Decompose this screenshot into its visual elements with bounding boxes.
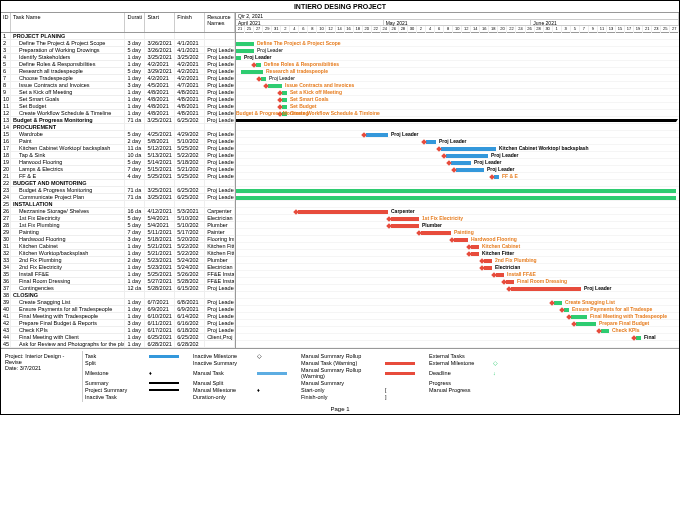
- task-bar[interactable]: [576, 322, 596, 326]
- task-row[interactable]: 42Prepare Final Budget & Reports3 day6/1…: [1, 320, 235, 327]
- summary-bar[interactable]: [236, 119, 676, 122]
- task-row[interactable]: 35Install FF&E1 day5/25/20215/26/202FF&E…: [1, 271, 235, 278]
- col-id[interactable]: ID: [1, 13, 11, 32]
- task-row[interactable]: 44Final Meeting with Client1 day6/25/202…: [1, 334, 235, 341]
- task-row[interactable]: 38CLOSING: [1, 292, 235, 299]
- legend-sample: ♦: [257, 387, 287, 393]
- task-row[interactable]: 13Budget & Progress Monitoring71 da3/25/…: [1, 117, 235, 124]
- task-bar[interactable]: [236, 56, 241, 60]
- task-row[interactable]: 8Issue Contracts and Invoices3 day4/5/20…: [1, 82, 235, 89]
- task-bar[interactable]: [236, 49, 254, 53]
- task-bar[interactable]: [241, 70, 263, 74]
- bar-row: Painting: [236, 229, 679, 236]
- bar-row: Proj Leader: [236, 159, 679, 166]
- task-bar[interactable]: [236, 196, 676, 200]
- bar-label: Proj Leader: [487, 166, 515, 173]
- task-row[interactable]: 31Kitchen Cabinet1 day5/21/20215/22/202K…: [1, 243, 235, 250]
- task-row[interactable]: 14PROCUREMENT: [1, 124, 235, 131]
- task-row[interactable]: 26Mezzanine Storage/ Shelves16 da4/12/20…: [1, 208, 235, 215]
- task-row[interactable]: 6Research all tradespeople5 day3/29/2021…: [1, 68, 235, 75]
- task-row[interactable]: 45Ask for Review and Photographs for the…: [1, 341, 235, 348]
- task-bar[interactable]: [426, 140, 436, 144]
- gantt-chart[interactable]: Qtr 2, 2021 April 2021May 2021June 2021 …: [236, 13, 679, 348]
- task-row[interactable]: 20Lamps & Electrics7 day5/15/20215/21/20…: [1, 166, 235, 173]
- task-bar[interactable]: [298, 210, 388, 214]
- task-row[interactable]: 22BUDGET AND MONITORING: [1, 180, 235, 187]
- bar-row: [236, 201, 679, 208]
- col-finish[interactable]: Finish: [175, 13, 205, 32]
- task-bar[interactable]: [391, 217, 419, 221]
- task-row[interactable]: 40Ensure Payments for all Tradespeople1 …: [1, 306, 235, 313]
- task-bar[interactable]: [366, 133, 388, 137]
- bar-label: Carpenter: [391, 208, 415, 215]
- task-row[interactable]: 17Kitchen Cabinet Worktop/ backsplash11 …: [1, 145, 235, 152]
- legend-label: Inactive Task: [85, 394, 145, 400]
- legend-label: Finish-only: [301, 394, 381, 400]
- task-row[interactable]: 16Paint2 day5/8/20215/10/202Proj Leader: [1, 138, 235, 145]
- task-bar[interactable]: [236, 189, 676, 193]
- task-bar[interactable]: [456, 168, 484, 172]
- task-row[interactable]: 36Final Room Dressing1 day5/27/20215/28/…: [1, 278, 235, 285]
- bar-label: Issue Contracts and Invoices: [285, 82, 354, 89]
- bar-label: Proj Leader: [491, 152, 519, 159]
- task-row[interactable]: 1PROJECT PLANING: [1, 33, 235, 40]
- bar-label: Budget & Progress Monitoring: [236, 110, 309, 117]
- day-label: 26: [526, 26, 535, 33]
- day-label: 6: [299, 26, 308, 33]
- task-row[interactable]: 24Communicate Project Plan71 da3/25/2021…: [1, 194, 235, 201]
- col-resource[interactable]: Resource Names: [205, 13, 235, 32]
- bar-row: Proj Leader: [236, 75, 679, 82]
- ts-quarter: Qtr 2, 2021: [236, 13, 679, 19]
- task-bar[interactable]: [451, 161, 471, 165]
- task-bar[interactable]: [441, 147, 496, 151]
- task-row[interactable]: 29Painting7 day5/11/20215/17/202Painter: [1, 229, 235, 236]
- task-row[interactable]: 18Tap & Sink10 da5/13/20215/22/202Proj L…: [1, 152, 235, 159]
- task-row[interactable]: 9Set a Kick off Meeting1 day4/8/20214/8/…: [1, 89, 235, 96]
- task-row[interactable]: 5Define Roles & Responsibilities1 day4/2…: [1, 61, 235, 68]
- task-row[interactable]: 19Harwood Flooring5 day5/14/20215/18/202…: [1, 159, 235, 166]
- bar-label: Hardwood Flooring: [471, 236, 517, 243]
- task-row[interactable]: 15Wardrobe5 day4/25/20214/29/202Proj Lea…: [1, 131, 235, 138]
- task-row[interactable]: 32Kitchen Worktop/backsplash1 day5/21/20…: [1, 250, 235, 257]
- bar-label: Painting: [454, 229, 474, 236]
- task-row[interactable]: 12Create Workflow Schedule & Timeline1 d…: [1, 110, 235, 117]
- task-row[interactable]: 25INSTALLATION: [1, 201, 235, 208]
- task-bar[interactable]: [391, 224, 419, 228]
- task-bar[interactable]: [511, 287, 581, 291]
- legend-label: Task: [85, 353, 145, 359]
- legend-label: Duration-only: [193, 394, 253, 400]
- task-row[interactable]: 7Choose Tradespeople1 day4/2/20214/2/202…: [1, 75, 235, 82]
- day-label: 4: [290, 26, 299, 33]
- task-row[interactable]: 23Budget & Progress Monitoring71 da3/25/…: [1, 187, 235, 194]
- task-row[interactable]: 281st Fix Plumbing5 day5/4/20215/10/202P…: [1, 222, 235, 229]
- task-row[interactable]: 10Set Smart Goals1 day4/8/20214/8/2021Pr…: [1, 96, 235, 103]
- task-bar[interactable]: [421, 231, 451, 235]
- task-row[interactable]: 342nd Fix Electricity1 day5/23/20215/24/…: [1, 264, 235, 271]
- task-row[interactable]: 21FF & E4 day5/25/20215/25/202Proj Leade…: [1, 173, 235, 180]
- task-row[interactable]: 3Preparation of Working Drowings5 day3/2…: [1, 47, 235, 54]
- task-row[interactable]: 2Define The Project & Project Scope3 day…: [1, 40, 235, 47]
- col-task[interactable]: Task Name: [11, 13, 125, 32]
- task-bar[interactable]: [236, 42, 254, 46]
- col-duration[interactable]: Durati: [125, 13, 145, 32]
- task-row[interactable]: 11Set Budget1 day4/8/20214/8/2021Proj Le…: [1, 103, 235, 110]
- task-row[interactable]: 39Create Snagging List1 day6/7/20216/8/2…: [1, 299, 235, 306]
- bar-label: Create Snagging List: [565, 299, 615, 306]
- task-row[interactable]: 271st Fix Electricity5 day5/4/20215/10/2…: [1, 215, 235, 222]
- month-label: June 2021: [531, 20, 679, 25]
- legend-sample: [493, 355, 523, 358]
- task-row[interactable]: 41Final Meeting with Tradespeople1 day6/…: [1, 313, 235, 320]
- task-row[interactable]: 30Hardwood Flooring3 day5/18/20215/20/20…: [1, 236, 235, 243]
- task-row[interactable]: 4Identify Stakeholders1 day3/25/20213/25…: [1, 54, 235, 61]
- task-row[interactable]: 332nd Fix Plumbing2 day5/23/20215/24/202…: [1, 257, 235, 264]
- task-bar[interactable]: [454, 238, 468, 242]
- task-bar[interactable]: [571, 315, 587, 319]
- task-row[interactable]: 37Contingencies12 da5/28/20216/15/202Pro…: [1, 285, 235, 292]
- task-row[interactable]: 43Check KPIs1 day6/17/20216/18/202Proj L…: [1, 327, 235, 334]
- task-bar[interactable]: [446, 154, 488, 158]
- bar-row: Final Meeting with Tradespeople: [236, 313, 679, 320]
- col-start[interactable]: Start: [145, 13, 175, 32]
- bar-label: Proj Leader: [269, 75, 295, 82]
- day-label: 2: [417, 26, 426, 33]
- task-bar[interactable]: [268, 84, 282, 88]
